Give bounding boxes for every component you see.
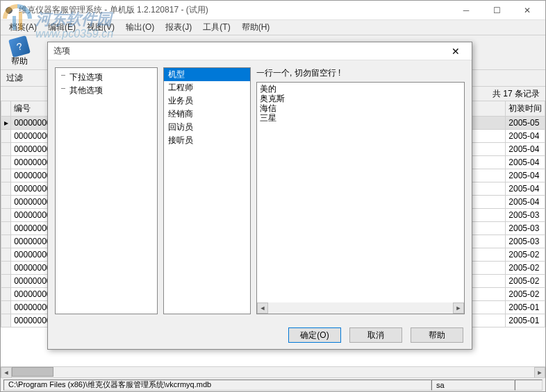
row-marker (1, 222, 11, 235)
menu-help[interactable]: 帮助(H) (236, 20, 276, 35)
list-item[interactable]: 接听员 (164, 134, 250, 147)
category-list[interactable]: 机型工程师业务员经销商回访员接听员 (163, 67, 251, 314)
menu-edit[interactable]: 编辑(E) (42, 20, 81, 35)
cell-date: 2005-04 (506, 196, 545, 209)
help-button[interactable]: 帮助 (411, 327, 463, 343)
grid-h-scrollbar[interactable]: ◄ ► (1, 366, 545, 377)
cell-date: 2005-01 (506, 314, 545, 327)
status-user: sa (431, 380, 515, 391)
row-marker (1, 117, 11, 130)
row-marker-header (1, 101, 11, 117)
cell-date: 2005-05 (506, 117, 545, 130)
close-button[interactable]: ✕ (512, 1, 543, 19)
row-marker (1, 262, 11, 275)
scroll-thumb[interactable] (12, 367, 53, 377)
help-tool-label: 帮助 (11, 56, 28, 67)
row-marker (1, 235, 11, 248)
row-marker (1, 196, 11, 209)
app-icon (3, 5, 15, 16)
row-marker (1, 209, 11, 222)
col-header-date[interactable]: 初装时间 (506, 101, 545, 117)
list-item[interactable]: 机型 (164, 68, 250, 81)
cell-date: 2005-04 (506, 130, 545, 143)
values-textarea[interactable]: 美的 奥克斯 海信 三星 ◄ ► (256, 82, 465, 314)
dialog-body: 下拉选项 其他选项 机型工程师业务员经销商回访员接听员 一行一个, 切勿留空行 … (48, 60, 472, 321)
tree-node-other[interactable]: 其他选项 (57, 84, 156, 97)
dialog-title-bar[interactable]: 选项 ✕ (48, 42, 472, 60)
cell-date: 2005-02 (506, 248, 545, 262)
options-dialog: 选项 ✕ 下拉选项 其他选项 机型工程师业务员经销商回访员接听员 一行一个, 切… (47, 42, 472, 350)
scroll-right-icon[interactable]: ► (534, 367, 545, 378)
title-bar: 维克仪器客服管理系统 - 单机版 1.2.120817 - (试用) ─ ☐ ✕ (1, 1, 545, 20)
tree-node-dropdown[interactable]: 下拉选项 (57, 71, 156, 84)
row-marker (1, 156, 11, 169)
row-marker (1, 143, 11, 156)
cell-date: 2005-04 (506, 182, 545, 196)
scroll-left-icon[interactable]: ◄ (1, 367, 12, 378)
minimize-button[interactable]: ─ (451, 1, 481, 19)
scroll-track[interactable] (268, 302, 453, 314)
filter-label: 过滤 (6, 72, 23, 84)
list-item[interactable]: 业务员 (164, 94, 250, 108)
maximize-button[interactable]: ☐ (481, 1, 512, 19)
row-marker (1, 288, 11, 301)
help-tool-button[interactable]: ? 帮助 (6, 36, 33, 69)
help-book-icon: ? (8, 35, 31, 58)
dialog-close-button[interactable]: ✕ (445, 44, 466, 59)
cell-date: 2005-03 (506, 222, 545, 235)
options-tree[interactable]: 下拉选项 其他选项 (55, 67, 158, 314)
values-text: 美的 奥克斯 海信 三星 (260, 84, 461, 123)
row-marker (1, 275, 11, 288)
list-item[interactable]: 回访员 (164, 121, 250, 134)
cell-date: 2005-02 (506, 275, 545, 288)
cell-date: 2005-04 (506, 143, 545, 156)
row-marker (1, 301, 11, 314)
row-marker (1, 248, 11, 262)
status-end (515, 380, 543, 391)
menu-output[interactable]: 输出(O) (120, 20, 160, 35)
cell-date: 2005-02 (506, 288, 545, 301)
menu-bar: 档案(A) 编辑(E) 视图(V) 输出(O) 报表(J) 工具(T) 帮助(H… (1, 20, 545, 35)
scroll-track[interactable] (12, 367, 534, 377)
menu-archive[interactable]: 档案(A) (3, 20, 42, 35)
list-item[interactable]: 工程师 (164, 81, 250, 94)
menu-report[interactable]: 报表(J) (160, 20, 197, 35)
detail-h-scrollbar[interactable]: ◄ ► (257, 302, 464, 314)
ok-button[interactable]: 确定(O) (288, 327, 341, 343)
dialog-title: 选项 (53, 45, 445, 57)
cell-date: 2005-03 (506, 209, 545, 222)
cancel-button[interactable]: 取消 (349, 327, 402, 343)
menu-view[interactable]: 视图(V) (81, 20, 120, 35)
cell-date: 2005-03 (506, 235, 545, 248)
status-bar: C:\Program Files (x86)\维克仪器客服管理系统\vkcrmy… (1, 377, 545, 391)
cell-date: 2005-04 (506, 156, 545, 169)
status-path: C:\Program Files (x86)\维克仪器客服管理系统\vkcrmy… (3, 380, 431, 391)
menu-tools[interactable]: 工具(T) (197, 20, 235, 35)
dialog-button-row: 确定(O) 取消 帮助 (48, 321, 472, 349)
scroll-right-icon[interactable]: ► (453, 302, 464, 314)
scroll-left-icon[interactable]: ◄ (257, 302, 268, 314)
detail-panel: 一行一个, 切勿留空行 ! 美的 奥克斯 海信 三星 ◄ ► (256, 67, 465, 314)
cell-date: 2005-01 (506, 301, 545, 314)
cell-date: 2005-02 (506, 262, 545, 275)
row-marker (1, 314, 11, 327)
window-title: 维克仪器客服管理系统 - 单机版 1.2.120817 - (试用) (19, 4, 451, 16)
list-item[interactable]: 经销商 (164, 108, 250, 121)
detail-hint: 一行一个, 切勿留空行 ! (256, 67, 465, 79)
row-marker (1, 169, 11, 182)
row-marker (1, 130, 11, 143)
cell-date: 2005-04 (506, 169, 545, 182)
row-marker (1, 182, 11, 196)
window-controls: ─ ☐ ✕ (451, 1, 543, 19)
